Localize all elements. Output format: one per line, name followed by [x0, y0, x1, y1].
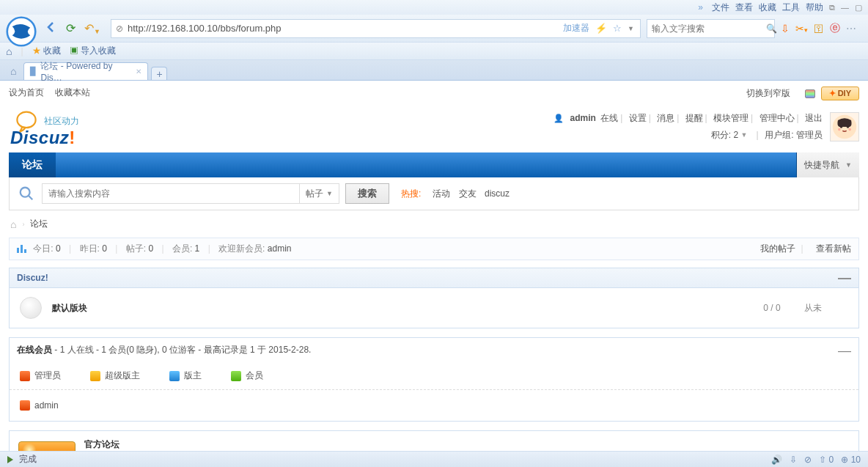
tabbar-home-icon[interactable]: ⌂	[6, 65, 21, 80]
search-scope-dropdown[interactable]: 帖子▼	[299, 184, 339, 203]
set-home-link[interactable]: 设为首页	[9, 87, 44, 98]
official-forum-link[interactable]: 官方论坛	[84, 439, 119, 449]
window-minimize-icon[interactable]: —	[841, 3, 849, 12]
addr-dropdown-icon[interactable]: ▼	[628, 25, 634, 32]
star-icon[interactable]: ☆	[613, 23, 622, 34]
stats-chart-icon[interactable]	[17, 245, 26, 253]
nav-forum-tab[interactable]: 论坛	[9, 152, 56, 177]
stats-yesterday-value: 0	[102, 243, 107, 254]
points-value: 2	[734, 130, 739, 140]
menu-tools[interactable]: 工具	[782, 1, 800, 14]
crumb-forum[interactable]: 论坛	[30, 218, 48, 230]
back-button[interactable]	[43, 18, 60, 39]
tab-close-icon[interactable]: ✕	[136, 67, 141, 76]
more-tools-icon[interactable]: ⋯	[846, 23, 856, 34]
hot-link-2[interactable]: 交友	[459, 188, 477, 199]
online-header: 在线会员 - 1 人在线 - 1 会员(0 隐身), 0 位游客 - 最高记录是…	[17, 344, 311, 356]
accelerator-link[interactable]: 加速器	[563, 22, 589, 34]
svg-point-5	[838, 128, 841, 131]
undo-button[interactable]: ↶▼	[81, 18, 103, 38]
user-status: 在线	[600, 113, 618, 123]
hot-link-1[interactable]: 活动	[433, 188, 450, 199]
stats-members-label: 会员:	[172, 243, 192, 254]
stats-members-value: 1	[195, 243, 200, 254]
online-user-icon	[20, 400, 30, 411]
svg-point-3	[840, 125, 843, 128]
sound-icon[interactable]: 🔊	[771, 455, 782, 465]
legend-member: 会员	[231, 369, 263, 382]
stats-welcome-label: 欢迎新会员:	[218, 243, 265, 254]
download-icon[interactable]: ⇩	[781, 23, 790, 34]
svg-point-6	[848, 128, 851, 131]
svg-point-1	[17, 112, 35, 128]
legend-supermod: 超级版主	[90, 369, 140, 382]
forum-icon	[20, 297, 42, 319]
lightning-icon[interactable]: ⚡	[595, 23, 607, 34]
bookmark-import[interactable]: ▣ 导入收藏	[70, 45, 116, 57]
browser-search-input[interactable]	[647, 23, 766, 34]
logo-bubble-icon	[13, 109, 40, 136]
avatar[interactable]	[830, 112, 859, 141]
username-link[interactable]: admin	[570, 113, 596, 123]
site-logo[interactable]: 社区动力 Discuz!	[9, 106, 79, 148]
hot-link-3[interactable]: discuz	[485, 188, 510, 199]
address-bar[interactable]: ⊘ 加速器 ⚡ ☆ ▼	[111, 19, 641, 38]
quick-nav-button[interactable]: 快捷导航▼	[796, 152, 859, 177]
menu-favorites[interactable]: 收藏	[759, 1, 776, 14]
play-icon[interactable]	[7, 456, 13, 463]
forum-search-button[interactable]: 搜索	[345, 183, 389, 204]
refresh-button[interactable]: ⟳	[63, 18, 78, 38]
forum-search-input[interactable]	[43, 184, 299, 203]
site-info-icon[interactable]: ⊘	[111, 23, 128, 34]
menu-file[interactable]: 文件	[712, 1, 729, 14]
window-layer-icon[interactable]: ⧉	[829, 3, 835, 12]
download2-icon[interactable]: ⇩	[790, 455, 797, 465]
stats-posts-label: 帖子:	[126, 243, 146, 254]
module-mgmt-link[interactable]: 模块管理	[713, 113, 749, 123]
crumb-home-icon[interactable]: ⌂	[10, 218, 16, 230]
admin-center-link[interactable]: 管理中心	[760, 113, 795, 123]
forum-default-link[interactable]: 默认版块	[52, 303, 87, 313]
bookmark-site-link[interactable]: 收藏本站	[55, 87, 90, 98]
logout-link[interactable]: 退出	[805, 113, 823, 123]
legend-admin: 管理员	[20, 369, 61, 382]
block-icon[interactable]: ⊘	[804, 455, 812, 465]
key-icon[interactable]: ⚿	[814, 23, 824, 34]
legend-mod: 版主	[169, 369, 202, 382]
scissor-icon[interactable]: ✂▾	[795, 23, 808, 34]
points-label: 积分:	[711, 130, 731, 140]
online-user-admin[interactable]: admin	[34, 400, 59, 411]
browser-logo-icon	[6, 16, 37, 47]
ie-mode-icon[interactable]: ⓔ	[830, 22, 840, 35]
points-dropdown-icon[interactable]: ▼	[741, 131, 748, 139]
tab-active[interactable]: ▉ 论坛 - Powered by Dis… ✕	[23, 62, 148, 80]
settings-link[interactable]: 设置	[629, 113, 647, 123]
panel-discuz-title[interactable]: Discuz!	[17, 273, 48, 283]
more-arrows-icon[interactable]: »	[698, 2, 703, 12]
window-maximize-icon[interactable]: ▢	[855, 3, 862, 12]
collapse-icon[interactable]: —	[838, 275, 851, 281]
reminders-link[interactable]: 提醒	[685, 113, 703, 123]
browser-search-box[interactable]: 🔍	[647, 19, 775, 38]
user-icon: 👤	[553, 114, 564, 122]
diy-button[interactable]: DIY	[821, 87, 859, 100]
tab-title: 论坛 - Powered by Dis…	[40, 60, 131, 83]
net-down-icon[interactable]: ⊕ 10	[841, 455, 861, 465]
stats-newest-user[interactable]: admin	[268, 243, 292, 254]
usergroup-label: 用户组:	[765, 130, 793, 140]
messages-link[interactable]: 消息	[657, 113, 674, 123]
menu-view[interactable]: 查看	[735, 1, 753, 14]
url-input[interactable]	[128, 23, 557, 34]
switch-narrow-link[interactable]: 切换到窄版	[746, 87, 790, 100]
net-up-icon[interactable]: ⇧ 0	[819, 455, 834, 465]
menu-help[interactable]: 帮助	[806, 1, 823, 14]
usergroup-value: 管理员	[796, 130, 823, 140]
new-tab-button[interactable]: +	[151, 67, 167, 80]
collapse-icon[interactable]: —	[838, 348, 851, 353]
forum-last: 从未	[804, 302, 848, 315]
new-posts-link[interactable]: 查看新帖	[816, 243, 851, 254]
official-badge-icon[interactable]: Discuz.net	[18, 441, 76, 451]
status-text: 完成	[19, 453, 37, 466]
stats-today-value: 0	[56, 243, 61, 254]
my-posts-link[interactable]: 我的帖子	[760, 243, 795, 254]
